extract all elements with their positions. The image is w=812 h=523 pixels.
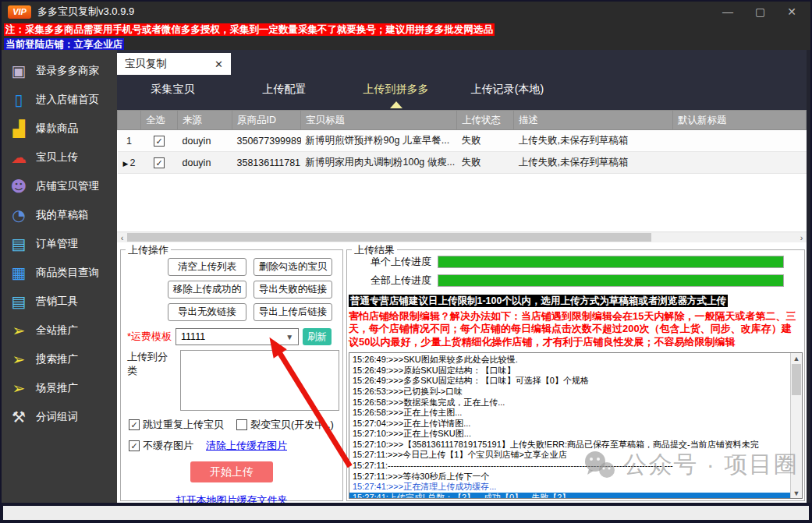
- tab-3[interactable]: 上传记录(本地): [452, 75, 563, 110]
- column-header[interactable]: 原商品ID: [232, 111, 301, 130]
- log-line: 15:27:41:上传完成! 总数：【2】，成功【0】，失败【2】: [349, 493, 790, 498]
- group-title: 上传结果: [352, 243, 397, 257]
- checkbox-icon[interactable]: ✓: [129, 419, 140, 430]
- minimize-button[interactable]: —: [722, 6, 733, 17]
- all-progress-label: 全部上传进度: [360, 274, 431, 288]
- sidebar-item-label: 店铺宝贝管理: [36, 179, 99, 193]
- refresh-button[interactable]: 刷新: [303, 328, 332, 345]
- scroll-right-icon[interactable]: ›: [796, 232, 807, 242]
- marketing-notes-icon: ▤: [9, 294, 29, 309]
- freight-template-select[interactable]: 11111 ▼: [176, 328, 299, 345]
- start-upload-button[interactable]: 开始上传: [190, 461, 273, 482]
- cell-new-title: [673, 152, 807, 174]
- doc-tab-baobei-copy[interactable]: 宝贝复制 ✕: [117, 53, 231, 75]
- group-title: 上传操作: [126, 243, 171, 257]
- scroll-left-icon[interactable]: ‹: [117, 232, 127, 242]
- sidebar-item-0[interactable]: ▣ 登录多多商家: [2, 56, 117, 85]
- horizontal-scrollbar[interactable]: ‹ ›: [117, 231, 807, 242]
- bottom-frame: [2, 503, 810, 521]
- sidebar-item-3[interactable]: ☁ 宝贝上传: [2, 143, 117, 171]
- phone-icon: ▯: [9, 92, 29, 108]
- sidebar-item-10[interactable]: ➢ 搜索推广: [2, 345, 117, 373]
- checkbox-split-item[interactable]: 裂变宝贝(开发中..): [236, 418, 334, 432]
- freight-template-label: *运费模板: [127, 330, 172, 344]
- scroll-down-icon[interactable]: ▼: [791, 488, 802, 498]
- ops-button[interactable]: 导出失败的链接: [254, 281, 332, 299]
- row-checkbox[interactable]: ✓: [154, 136, 165, 147]
- sidebar-item-1[interactable]: ▯ 进入店铺首页: [2, 85, 117, 114]
- sidebar-item-6[interactable]: ▤ 订单管理: [2, 229, 117, 258]
- ops-button[interactable]: 清空上传列表: [168, 258, 246, 276]
- cell-source: douyin: [178, 152, 232, 174]
- ops-button[interactable]: 导出无效链接: [168, 303, 246, 321]
- cell-product-id: 350677399989...: [232, 130, 301, 152]
- ops-button[interactable]: 删除勾选的宝贝: [254, 258, 332, 276]
- sidebar-item-12[interactable]: ⚒ 分词组词: [2, 402, 117, 431]
- scrollbar-thumb[interactable]: [792, 364, 801, 395]
- single-progress-bar: [438, 256, 784, 268]
- table-row[interactable]: 1 ✓ douyin 350677399989... 新博明煎饼预拌粉90g 儿…: [118, 130, 807, 152]
- sidebar-item-label: 订单管理: [36, 237, 78, 251]
- chevron-down-icon: ▼: [285, 333, 293, 341]
- log-line: 15:26:53:>>>已切换到->口味: [353, 387, 790, 398]
- upload-tip-red: 害怕店铺给限制编辑？解决办法如下：当店铺遇到限制编辑会在15天内解除，一般隔天或…: [349, 310, 801, 348]
- clear-cache-link[interactable]: 清除上传缓存图片: [206, 439, 287, 453]
- column-header[interactable]: 描述: [514, 111, 673, 130]
- tab-1[interactable]: 上传配置: [229, 75, 340, 110]
- vip-badge-icon: VIP: [8, 5, 31, 19]
- log-line: 15:26:49:>>>原始SKU固定结构：【口味】: [353, 366, 790, 376]
- cell-product-id: 358136111781...: [232, 152, 301, 174]
- upload-log[interactable]: 15:26:49:>>>SKU图如果较多此处会比较慢.15:26:49:>>>原…: [349, 352, 803, 499]
- upload-category-box[interactable]: [180, 350, 339, 411]
- maximize-button[interactable]: ▢: [755, 6, 765, 17]
- content-panel: 全选来源原商品ID宝贝标题上传状态描述默认新标题 1 ✓ douyin 3506…: [117, 110, 807, 503]
- row-checkbox[interactable]: ✓: [154, 157, 165, 168]
- scroll-up-icon[interactable]: ▲: [791, 353, 802, 363]
- column-header[interactable]: 来源: [178, 111, 232, 130]
- status-bar: [3, 506, 809, 520]
- ops-button[interactable]: 移除上传成功的: [168, 281, 246, 299]
- close-tab-icon[interactable]: ✕: [215, 58, 223, 70]
- category-grid-icon: ▦: [9, 265, 29, 281]
- checkbox-skip-duplicate[interactable]: ✓ 跳过重复上传宝贝: [129, 418, 224, 432]
- checkbox-icon[interactable]: ✓: [129, 440, 140, 451]
- monitor-icon: ▣: [9, 63, 29, 79]
- column-header[interactable]: 默认新标题: [673, 111, 807, 130]
- column-header[interactable]: 上传状态: [457, 111, 514, 130]
- column-header[interactable]: 全选: [141, 111, 178, 130]
- close-button[interactable]: ✕: [787, 6, 796, 17]
- log-line: 15:26:58:>>>数据采集完成，正在上传...: [353, 398, 790, 408]
- ops-button[interactable]: 导出上传后链接: [254, 303, 332, 321]
- checkbox-icon[interactable]: [236, 419, 247, 430]
- open-image-cache-folder-link[interactable]: 打开本地图片缓存文件夹: [176, 493, 288, 503]
- column-header[interactable]: 宝贝标题: [301, 111, 457, 130]
- cell-new-title: [673, 130, 807, 152]
- sidebar-item-9[interactable]: ➢ 全站推广: [2, 316, 117, 345]
- cell-desc: 上传失败,未保存到草稿箱: [514, 152, 673, 174]
- sidebar-item-5[interactable]: ◔ 我的草稿箱: [2, 200, 117, 229]
- log-lines: 15:26:49:>>>SKU图如果较多此处会比较慢.15:26:49:>>>原…: [349, 353, 790, 498]
- warning-banner-text: 注：采集多多商品需要用手机号或者微信多多授权，采集到一定数量采集不了就要换号；建…: [4, 23, 495, 36]
- scrollbar-thumb[interactable]: [127, 233, 651, 242]
- log-line: 15:26:58:>>>正在上传主图...: [353, 408, 790, 419]
- main-tabs: 采集宝贝上传配置上传到拼多多上传记录(本地): [117, 75, 807, 110]
- warning-banner: 注：采集多多商品需要用手机号或者微信多多授权，采集到一定数量采集不了就要换号；建…: [2, 22, 810, 37]
- checkbox-no-cache[interactable]: ✓ 不缓存图片: [129, 439, 193, 453]
- tab-2[interactable]: 上传到拼多多: [340, 75, 452, 110]
- column-header[interactable]: [118, 111, 141, 130]
- sidebar-item-7[interactable]: ▦ 商品类目查询: [2, 258, 117, 287]
- table-row[interactable]: ▶2 ✓ douyin 358136111781... 新博明家用肉丸调制粉10…: [118, 152, 807, 174]
- cell-title: 新博明家用肉丸调制粉100g 做瘦...: [301, 152, 457, 174]
- all-progress-bar: [438, 274, 784, 287]
- vertical-scrollbar[interactable]: ▲ ▼: [790, 353, 802, 498]
- cell-source: douyin: [178, 130, 232, 152]
- sidebar-item-2[interactable]: ▟ 爆款商品: [2, 114, 117, 143]
- log-line: 15:27:10:>>>【3581361117819175191】上传失败!ER…: [353, 440, 790, 451]
- tab-0[interactable]: 采集宝贝: [117, 75, 229, 110]
- sidebar-item-label: 宝贝上传: [36, 150, 78, 164]
- sidebar-item-8[interactable]: ▤ 营销工具: [2, 287, 117, 316]
- sidebar-item-11[interactable]: ➢ 场景推广: [2, 373, 117, 402]
- sidebar-item-4[interactable]: ☻ 店铺宝贝管理: [2, 171, 117, 200]
- titlebar: VIP 多多宝贝复制v3.0.9.9 — ▢ ✕: [2, 2, 810, 22]
- log-line: 15:26:49:>>>多多SKU固定结构：【口味】可选择【0】个规格: [353, 376, 790, 387]
